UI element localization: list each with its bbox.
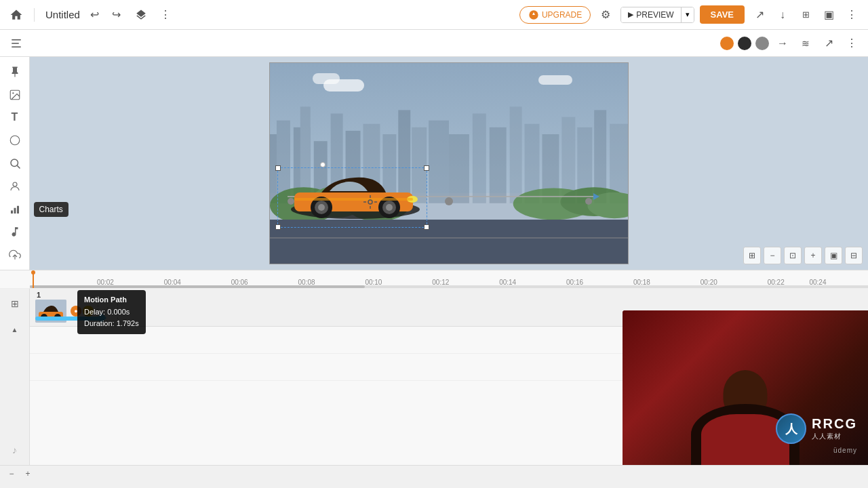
- nav-divider: [34, 8, 35, 22]
- color-swatch-orange[interactable]: [720, 37, 734, 50]
- text-icon[interactable]: T: [4, 108, 26, 127]
- template-button[interactable]: ⊞: [796, 5, 815, 24]
- upload-icon[interactable]: [4, 245, 26, 264]
- track-badge-orange: ●: [71, 306, 81, 317]
- settings-button[interactable]: ⚙: [596, 5, 615, 24]
- svg-rect-10: [11, 210, 13, 214]
- layers-button[interactable]: [132, 5, 151, 24]
- svg-rect-11: [14, 207, 16, 213]
- svg-point-6: [10, 136, 20, 145]
- timeline-cursor: [33, 270, 34, 288]
- more-options-button[interactable]: ⋮: [156, 5, 175, 24]
- more2-button[interactable]: ⋮: [842, 5, 861, 24]
- footer-minus-button[interactable]: −: [5, 468, 18, 480]
- secondary-navigation: → ≋ ↗ ⋮: [0, 30, 868, 57]
- media-icon[interactable]: [4, 85, 26, 104]
- main-canvas: [269, 62, 629, 264]
- app-title: Untitled: [45, 9, 80, 20]
- alignment-icon[interactable]: [7, 34, 26, 53]
- cloud-2: [313, 73, 340, 84]
- svg-rect-3: [12, 46, 21, 47]
- handle-bl[interactable]: [275, 224, 281, 230]
- svg-line-8: [17, 165, 20, 168]
- handle-br[interactable]: [424, 224, 429, 230]
- logo-text: RRCG 人人素材: [812, 416, 857, 441]
- road-line: [270, 237, 628, 239]
- svg-point-9: [13, 182, 17, 186]
- color-swatch-gray[interactable]: [755, 37, 769, 50]
- top-navigation: Untitled ↩ ↪ ⋮ UPGRADE ⚙ ▶ PREVIEW ▾ SAV…: [0, 0, 868, 30]
- shapes-icon[interactable]: [4, 131, 26, 150]
- handle-tl[interactable]: [275, 165, 281, 171]
- svg-point-49: [386, 204, 393, 211]
- music-track-icon[interactable]: ♪: [4, 439, 26, 461]
- present-view-button[interactable]: ▣: [825, 247, 842, 264]
- svg-point-46: [318, 204, 325, 211]
- color-swatch-dark[interactable]: [738, 37, 751, 50]
- timeline-scrollbar-track: [30, 285, 868, 288]
- video-logo: 人 RRCG 人人素材 üdemy: [776, 413, 857, 454]
- timeline-scrollbar-thumb[interactable]: [30, 285, 365, 288]
- second-nav-right: → ≋ ↗ ⋮: [720, 34, 861, 53]
- nav-right-group: UPGRADE ⚙ ▶ PREVIEW ▾ SAVE ↗ ↓ ⊞ ▣ ⋮: [519, 5, 861, 24]
- cloud-3: [538, 75, 572, 85]
- zoom-plus-button[interactable]: +: [804, 247, 822, 264]
- video-content: 人 RRCG 人人素材 üdemy: [623, 310, 868, 465]
- svg-rect-12: [17, 205, 19, 213]
- layout-view-button[interactable]: ⊟: [845, 247, 863, 264]
- home-button[interactable]: [7, 5, 26, 24]
- grid-view-button[interactable]: ⊞: [743, 247, 761, 264]
- car-element[interactable]: [281, 172, 430, 220]
- download-button[interactable]: ↓: [773, 5, 792, 24]
- logo-circle: 人: [776, 413, 806, 444]
- keyframe-bar: [35, 317, 103, 321]
- preview-button[interactable]: ▶ PREVIEW: [621, 7, 680, 22]
- music-icon[interactable]: [4, 222, 26, 241]
- undo-redo-group: ↩ ↪: [85, 5, 126, 24]
- wave-icon[interactable]: ≋: [796, 34, 815, 53]
- upgrade-button[interactable]: UPGRADE: [519, 6, 591, 24]
- handle-tr[interactable]: [424, 165, 429, 171]
- canvas-toolbar: ⊞ − ⊡ + ▣ ⊟: [743, 247, 863, 264]
- track-badges: ● !: [71, 306, 94, 317]
- video-bg: 人 RRCG 人人素材 üdemy: [623, 310, 868, 465]
- user-icon[interactable]: [4, 177, 26, 196]
- left-sidebar: T Charts: [0, 57, 30, 270]
- canvas-area[interactable]: ⊞ − ⊡ + ▣ ⊟: [30, 57, 868, 270]
- bottom-panel: ⊞ ▲ ♪ 1 ● !: [0, 289, 868, 465]
- video-overlay: 人 RRCG 人人素材 üdemy: [623, 310, 868, 465]
- footer: − +: [0, 465, 868, 481]
- timeline-ruler: 00:02 00:04 00:06 00:08 00:10 00:12 00:1…: [0, 270, 868, 289]
- undo-button[interactable]: ↩: [85, 5, 104, 24]
- svg-rect-1: [12, 39, 21, 41]
- second-nav-more[interactable]: ⋮: [842, 34, 861, 53]
- redo-button[interactable]: ↪: [107, 5, 126, 24]
- charts-icon[interactable]: Charts: [4, 200, 26, 219]
- share-icons-group: ↗ ↓ ⊞ ▣ ⋮: [750, 5, 861, 24]
- footer-plus-button[interactable]: +: [22, 468, 34, 480]
- svg-rect-2: [12, 43, 19, 44]
- search-icon[interactable]: [4, 154, 26, 173]
- zoom-fit-button[interactable]: ⊡: [784, 247, 802, 264]
- pin-icon[interactable]: [4, 62, 26, 81]
- present-button[interactable]: ▣: [819, 5, 838, 24]
- share-button[interactable]: ↗: [750, 5, 769, 24]
- svg-point-7: [11, 159, 18, 167]
- anchor-point: [320, 162, 326, 167]
- svg-rect-51: [294, 198, 413, 201]
- track-badge-warning: !: [83, 306, 94, 317]
- path-dot-3: [585, 198, 592, 205]
- track-number-1: 1: [37, 291, 41, 299]
- zoom-minus-button[interactable]: −: [764, 247, 781, 264]
- save-button[interactable]: SAVE: [700, 5, 745, 24]
- collapse-icon[interactable]: ▲: [4, 319, 26, 340]
- motion-path-arrow: [593, 193, 599, 200]
- grid-icon[interactable]: ⊞: [4, 293, 26, 314]
- timeline-left-column: ⊞ ▲ ♪: [0, 289, 30, 465]
- path-dot-2: [445, 197, 453, 205]
- arrow-out-icon[interactable]: ↗: [819, 34, 838, 53]
- udemy-badge: üdemy: [833, 447, 857, 454]
- preview-dropdown-button[interactable]: ▾: [681, 7, 694, 22]
- svg-point-5: [12, 92, 14, 94]
- arrow-right-icon[interactable]: →: [773, 34, 792, 53]
